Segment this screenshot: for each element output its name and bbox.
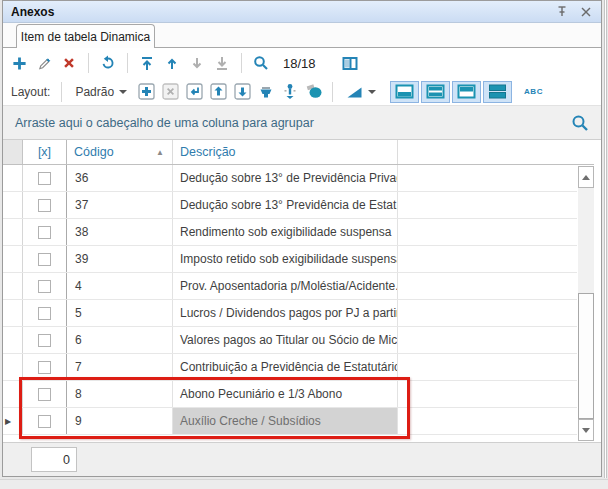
row-descricao-cell[interactable]: Imposto retido sob exigibilidade suspens… (173, 246, 398, 272)
column-header-codigo[interactable]: Código ▲ (67, 140, 173, 164)
row-check-cell (23, 192, 67, 218)
row-checkbox[interactable] (38, 334, 51, 347)
pin-column-icon[interactable] (281, 83, 299, 101)
row-descricao-cell[interactable]: Abono Pecuniário e 1/3 Abono (173, 381, 398, 407)
row-filler-cell (398, 219, 577, 245)
row-check-cell (23, 246, 67, 272)
table-row[interactable]: 36Dedução sobre 13° de Previdência Priva… (3, 165, 577, 192)
row-checkbox[interactable] (38, 199, 51, 212)
row-checkbox[interactable] (38, 253, 51, 266)
panel-titlebar: Anexos (3, 1, 601, 23)
paint-bucket-icon[interactable] (257, 83, 275, 101)
row-codigo-cell[interactable]: 8 (67, 381, 173, 407)
row-filler-cell (398, 246, 577, 272)
tab-item-de-tabela-dinamica[interactable]: Item de tabela Dinamica (16, 24, 155, 48)
row-codigo-cell[interactable]: 39 (67, 246, 173, 272)
layout-export-icon[interactable] (209, 83, 227, 101)
column-header-descricao[interactable]: Descrição (173, 140, 398, 164)
layout-import-icon[interactable] (233, 83, 251, 101)
row-checkbox[interactable] (38, 172, 51, 185)
row-codigo-cell[interactable]: 4 (67, 273, 173, 299)
search-icon[interactable] (571, 114, 589, 132)
row-checkbox[interactable] (38, 280, 51, 293)
row-checkbox[interactable] (38, 307, 51, 320)
record-counter: 18/18 (283, 56, 316, 71)
background-area (0, 479, 608, 489)
split-stack-icon[interactable] (483, 81, 512, 103)
split-top-icon[interactable] (452, 81, 481, 103)
edit-pencil-icon[interactable] (35, 54, 53, 72)
table-row[interactable]: 39Imposto retido sob exigibilidade suspe… (3, 246, 577, 273)
row-checkbox[interactable] (38, 415, 51, 428)
table-row[interactable]: 4Prov. Aposentadoria p/Moléstia/Acidente… (3, 273, 577, 300)
table-row[interactable]: 8Abono Pecuniário e 1/3 Abono (3, 381, 577, 408)
layout-preset-dropdown[interactable]: Padrão (71, 83, 131, 101)
chart-dropdown[interactable] (342, 83, 380, 101)
search-icon[interactable] (252, 54, 270, 72)
split-rows-icon[interactable] (421, 81, 450, 103)
best-fit-abc-icon[interactable]: ABC (524, 87, 543, 96)
column-header-check[interactable]: [x] (23, 140, 67, 164)
row-checkbox[interactable] (38, 361, 51, 374)
row-descricao-cell[interactable]: Contribuição a Previdência de Estatutári… (173, 354, 398, 380)
row-indicator-cell (3, 354, 23, 380)
row-codigo-cell[interactable]: 9 (67, 408, 173, 434)
row-codigo-cell[interactable]: 37 (67, 192, 173, 218)
row-descricao-cell[interactable]: Auxílio Creche / Subsídios (173, 408, 398, 434)
toolbar-separator (332, 82, 333, 102)
row-codigo-cell[interactable]: 5 (67, 300, 173, 326)
vertical-scrollbar[interactable] (578, 166, 594, 441)
row-indicator-cell (3, 246, 23, 272)
add-icon[interactable] (10, 54, 28, 72)
row-descricao-cell[interactable]: Lucros / Dividendos pagos por PJ a parti… (173, 300, 398, 326)
scrollbar-thumb[interactable] (578, 293, 594, 419)
chart-icon (346, 85, 363, 99)
table-row[interactable]: 5Lucros / Dividendos pagos por PJ a part… (3, 300, 577, 327)
column-chooser-icon[interactable] (341, 54, 359, 72)
layout-apply-icon[interactable] (185, 83, 203, 101)
row-indicator-cell (3, 300, 23, 326)
row-indicator-cell (3, 219, 23, 245)
layout-add-icon[interactable] (137, 83, 155, 101)
move-top-icon[interactable] (138, 54, 156, 72)
group-by-bar[interactable]: Arraste aqui o cabeçalho de uma coluna p… (3, 105, 601, 140)
table-row[interactable]: 7Contribuição a Previdência de Estatutár… (3, 354, 577, 381)
row-checkbox[interactable] (38, 226, 51, 239)
row-check-cell (23, 219, 67, 245)
refresh-icon[interactable] (99, 54, 117, 72)
table-row[interactable]: 38Rendimento sob exigibilidade suspensa (3, 219, 577, 246)
row-descricao-cell[interactable]: Dedução sobre 13° Previdência de Estat..… (173, 192, 398, 218)
chevron-down-icon (368, 90, 376, 94)
row-checkbox[interactable] (38, 388, 51, 401)
layout-label: Layout: (11, 85, 50, 99)
merge-cells-icon[interactable] (305, 83, 323, 101)
row-filler-cell (398, 165, 577, 191)
split-bottom-icon[interactable] (390, 81, 419, 103)
move-down-icon[interactable] (188, 54, 206, 72)
row-descricao-cell[interactable]: Prov. Aposentadoria p/Moléstia/Acidente.… (173, 273, 398, 299)
pin-icon[interactable] (555, 5, 569, 19)
table-row[interactable]: 37Dedução sobre 13° Previdência de Estat… (3, 192, 577, 219)
row-filler-cell (398, 300, 577, 326)
scroll-up-button[interactable] (578, 166, 594, 188)
close-icon[interactable] (579, 5, 593, 19)
table-row[interactable]: ▶9Auxílio Creche / Subsídios (3, 408, 577, 435)
row-descricao-cell[interactable]: Rendimento sob exigibilidade suspensa (173, 219, 398, 245)
delete-x-icon[interactable] (60, 54, 78, 72)
row-check-cell (23, 381, 67, 407)
scroll-down-button[interactable] (578, 419, 594, 441)
table-row[interactable]: 6Valores pagos ao Titular ou Sócio de Mi… (3, 327, 577, 354)
row-filler-cell (398, 354, 577, 380)
row-codigo-cell[interactable]: 7 (67, 354, 173, 380)
layout-delete-icon[interactable] (161, 83, 179, 101)
move-bottom-icon[interactable] (213, 54, 231, 72)
row-descricao-cell[interactable]: Valores pagos ao Titular ou Sócio de Mic… (173, 327, 398, 353)
move-up-icon[interactable] (163, 54, 181, 72)
row-codigo-cell[interactable]: 36 (67, 165, 173, 191)
row-codigo-cell[interactable]: 38 (67, 219, 173, 245)
row-check-cell (23, 327, 67, 353)
triangle-down-icon (582, 428, 590, 433)
dock-splitter[interactable] (604, 0, 607, 478)
row-descricao-cell[interactable]: Dedução sobre 13° de Previdência Privada (173, 165, 398, 191)
row-codigo-cell[interactable]: 6 (67, 327, 173, 353)
